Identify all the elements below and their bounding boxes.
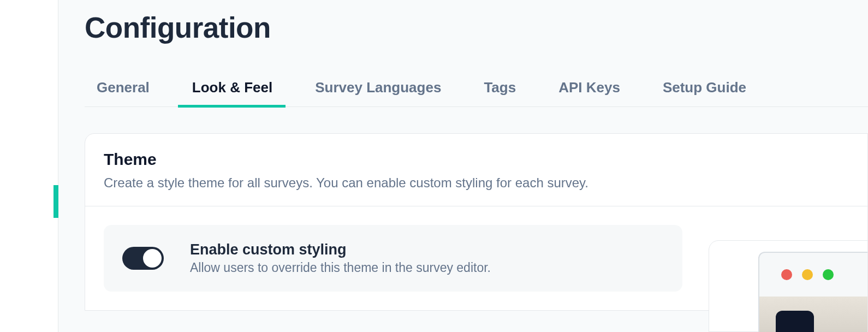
custom-styling-text: Enable custom styling Allow users to ove…: [190, 241, 491, 275]
theme-card-header: Theme Create a style theme for all surve…: [85, 134, 867, 206]
theme-card-description: Create a style theme for all surveys. Yo…: [104, 175, 849, 191]
preview-content: [759, 297, 867, 332]
custom-styling-toggle[interactable]: [122, 247, 164, 270]
sidebar-active-indicator: [53, 185, 58, 218]
tab-tags[interactable]: Tags: [484, 68, 516, 107]
custom-styling-row: Enable custom styling Allow users to ove…: [104, 225, 682, 292]
tab-look-and-feel[interactable]: Look & Feel: [192, 68, 272, 107]
custom-styling-title: Enable custom styling: [190, 241, 491, 258]
window-traffic-lights: [759, 253, 867, 280]
toggle-knob: [143, 249, 162, 268]
preview-survey-widget: [776, 311, 814, 332]
tab-general[interactable]: General: [97, 68, 150, 107]
traffic-light-maximize-icon: [823, 269, 834, 280]
page-title: Configuration: [85, 11, 271, 44]
tabs-bar: General Look & Feel Survey Languages Tag…: [85, 68, 868, 107]
traffic-light-close-icon: [781, 269, 792, 280]
custom-styling-description: Allow users to override this theme in th…: [190, 260, 491, 275]
traffic-light-minimize-icon: [802, 269, 813, 280]
tab-api-keys[interactable]: API Keys: [558, 68, 620, 107]
tab-survey-languages[interactable]: Survey Languages: [315, 68, 441, 107]
tab-setup-guide[interactable]: Setup Guide: [663, 68, 746, 107]
sidebar-strip: [0, 0, 58, 332]
theme-card-title: Theme: [104, 150, 849, 169]
main-content: Configuration General Look & Feel Survey…: [58, 0, 868, 332]
preview-window: [758, 252, 867, 332]
survey-preview-panel: [709, 240, 868, 332]
